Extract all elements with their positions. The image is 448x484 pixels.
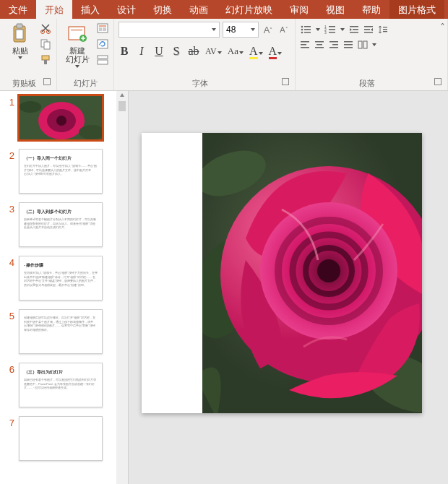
svg-rect-33 [350, 32, 358, 33]
svg-rect-39 [383, 31, 387, 32]
align-right-button[interactable] [329, 40, 339, 49]
slide-thumbnail[interactable]: 6（三）导出为幻灯片如果已经有若干张图片，可以直接把它们拖放到幻灯片浏览窗格中，… [0, 358, 128, 412]
group-clipboard: 粘贴 剪贴板 [0, 19, 57, 90]
slide-number: 3 [3, 202, 14, 247]
tab-picture-format[interactable]: 图片格式 [389, 0, 444, 19]
underline-button[interactable]: U [153, 45, 165, 58]
slide-number: 7 [3, 416, 14, 461]
svg-rect-51 [344, 47, 353, 48]
thumbnails-scrollbar[interactable] [116, 91, 128, 484]
new-slide-icon [66, 23, 88, 45]
svg-rect-8 [44, 60, 47, 64]
group-paragraph: 123 段落 [296, 19, 448, 90]
change-case-button[interactable]: Aa [228, 46, 244, 57]
svg-point-19 [301, 26, 303, 28]
decrease-indent-button[interactable] [363, 25, 374, 35]
columns-menu[interactable] [372, 43, 376, 46]
thumbnail-preview: （一）导入同一个幻灯片在幻灯片中插入图片，可以使用"插入"选项卡…… 单击"图片… [19, 149, 103, 194]
slide-canvas[interactable] [129, 91, 448, 484]
paste-button[interactable]: 粘贴 [4, 22, 36, 59]
tab-animations[interactable]: 动画 [181, 0, 217, 19]
tab-home[interactable]: 开始 [36, 0, 72, 19]
reset-button[interactable] [96, 38, 109, 51]
layout-button[interactable] [96, 22, 109, 35]
thumbnail-preview: （三）导出为幻灯片如果已经有若干张图片，可以直接把它们拖放到幻灯片浏览窗格中，P… [19, 363, 103, 407]
slide-number: 6 [3, 363, 14, 407]
svg-rect-35 [364, 29, 370, 30]
collapse-ribbon-icon[interactable]: ˄ [440, 22, 445, 33]
paragraph-launcher[interactable] [434, 78, 441, 85]
tab-file[interactable]: 文件 [0, 0, 36, 19]
svg-rect-24 [304, 32, 311, 33]
clipboard-launcher[interactable] [43, 78, 51, 85]
italic-button[interactable]: I [136, 45, 147, 58]
numbering-menu[interactable] [340, 28, 345, 31]
copy-button[interactable] [39, 38, 52, 51]
svg-rect-47 [332, 44, 338, 46]
columns-button[interactable] [358, 40, 368, 49]
tab-view[interactable]: 视图 [317, 0, 353, 19]
new-slide-button[interactable]: 新建 幻灯片 [61, 22, 93, 68]
slide-thumbnail[interactable]: 2（一）导入同一个幻灯片在幻灯片中插入图片，可以使用"插入"选项卡…… 单击"图… [0, 144, 128, 198]
increase-font-button[interactable]: A˄ [262, 23, 275, 36]
char-spacing-button[interactable]: AV [205, 46, 222, 57]
svg-rect-44 [316, 44, 322, 46]
cut-button[interactable] [39, 22, 52, 35]
bullets-menu[interactable] [316, 28, 320, 31]
tab-help[interactable]: 帮助 [353, 0, 389, 19]
tab-insert[interactable]: 插入 [72, 0, 108, 19]
align-left-button[interactable] [300, 40, 310, 49]
bold-button[interactable]: B [119, 45, 130, 58]
svg-rect-50 [344, 44, 353, 46]
slide-number: 5 [3, 309, 14, 354]
slide-thumbnail[interactable]: 1 [0, 91, 128, 144]
strikethrough-button[interactable]: ab [188, 45, 199, 58]
tab-slideshow[interactable]: 幻灯片放映 [217, 0, 281, 19]
slide-picture[interactable] [202, 133, 422, 413]
thumbnail-preview: （二）导入到多个幻灯片如果希望将若干幅图片分别插入不同的幻灯片，可以先新建相应数… [19, 202, 103, 247]
format-painter-button[interactable] [39, 53, 52, 66]
slide-number: 4 [3, 256, 14, 301]
svg-rect-1 [17, 24, 22, 28]
decrease-font-button[interactable]: A˅ [277, 23, 290, 36]
svg-point-21 [301, 29, 303, 31]
bullets-button[interactable] [300, 25, 311, 35]
svg-rect-38 [383, 29, 387, 30]
slide-number: 1 [3, 95, 14, 140]
svg-rect-14 [99, 27, 102, 31]
font-family-combo[interactable] [119, 22, 220, 38]
svg-rect-13 [99, 25, 106, 27]
svg-rect-48 [329, 47, 338, 48]
section-button[interactable] [96, 53, 109, 66]
svg-rect-6 [44, 42, 50, 49]
group-font-label: 字体 [192, 79, 208, 87]
svg-rect-45 [315, 47, 324, 48]
svg-rect-36 [364, 32, 373, 33]
svg-point-57 [56, 116, 66, 126]
font-launcher[interactable] [282, 78, 289, 85]
tab-review[interactable]: 审阅 [281, 0, 317, 19]
numbering-button[interactable]: 123 [324, 25, 336, 35]
shadow-button[interactable]: S [171, 45, 182, 58]
slide-thumbnail[interactable]: 7 [0, 412, 128, 465]
thumbnail-preview: 创建相册后还可以进行修改。再次打开"相册"对话框，在列表中选中某个图片项，通过上… [19, 309, 103, 354]
tab-design[interactable]: 设计 [108, 0, 145, 19]
svg-rect-41 [301, 44, 306, 46]
svg-rect-34 [364, 26, 373, 27]
tab-transitions[interactable]: 切换 [145, 0, 181, 19]
line-spacing-button[interactable] [378, 25, 388, 35]
highlight-button[interactable]: A [249, 45, 263, 58]
justify-button[interactable] [343, 40, 353, 49]
slide-thumbnail[interactable]: 3（二）导入到多个幻灯片如果希望将若干幅图片分别插入不同的幻灯片，可以先新建相应… [0, 198, 128, 251]
align-center-button[interactable] [314, 40, 324, 49]
slide-thumbnail[interactable]: 5创建相册后还可以进行修改。再次打开"相册"对话框，在列表中选中某个图片项，通过… [0, 305, 128, 358]
slide-thumbnail[interactable]: 4 · 操作步骤先切换到"插入"选项卡，单击"相册"按钮下方的箭头，在弹出菜单中… [0, 251, 128, 305]
svg-rect-40 [301, 41, 309, 43]
svg-rect-26 [329, 26, 335, 27]
svg-text:3: 3 [324, 30, 327, 35]
font-size-combo[interactable]: 48 [223, 22, 259, 38]
svg-point-58 [20, 101, 41, 113]
font-color-button[interactable]: A [269, 45, 283, 58]
increase-indent-button[interactable] [349, 25, 359, 35]
thumbnails-panel: 12（一）导入同一个幻灯片在幻灯片中插入图片，可以使用"插入"选项卡…… 单击"… [0, 91, 129, 484]
